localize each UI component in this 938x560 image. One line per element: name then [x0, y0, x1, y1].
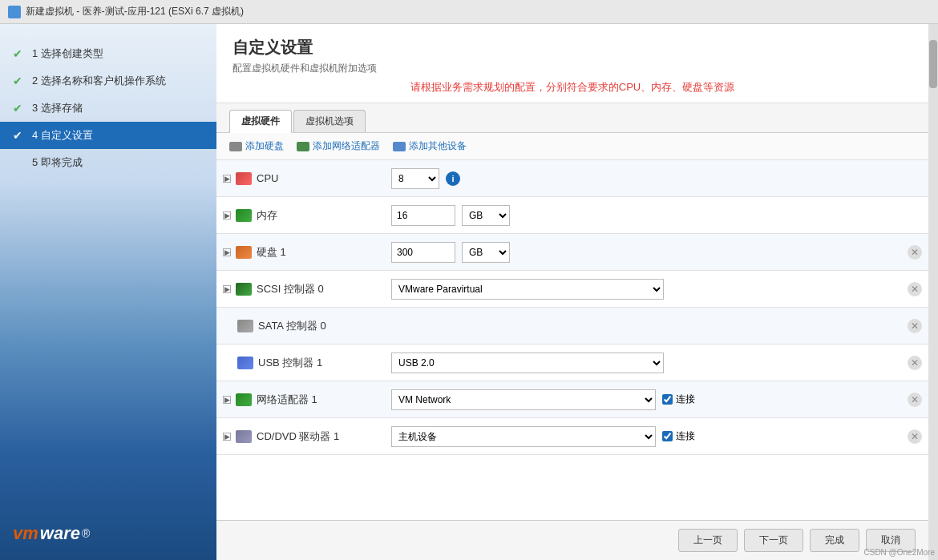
- hw-select-usb1-USB_2.0[interactable]: USB 2.0USB 3.0: [391, 353, 664, 373]
- hw-controls-nic1: VM NetworkManagement Network连接: [391, 389, 908, 410]
- hw-label-text-cpu: CPU: [257, 172, 278, 184]
- content-header: 自定义设置 配置虚拟机硬件和虚拟机附加选项 请根据业务需求规划的配置，分别符合要…: [216, 24, 928, 103]
- other-icon: [393, 142, 406, 151]
- watermark: CSDN @One2More: [863, 548, 935, 557]
- sidebar-item-step3[interactable]: ✔3 选择存储: [0, 95, 216, 122]
- check-icon-step2: ✔: [13, 75, 26, 87]
- hw-controls-disk1: MBGBTB: [391, 242, 908, 263]
- remove-button-sata0[interactable]: ✕: [908, 319, 922, 333]
- hw-label-cpu[interactable]: ▶CPU: [223, 172, 391, 185]
- hw-select-disk1-GB[interactable]: MBGBTB: [462, 242, 510, 263]
- hw-label-text-disk1: 硬盘 1: [257, 245, 286, 260]
- add-other-button[interactable]: 添加其他设备: [393, 139, 467, 153]
- sidebar-label-step3: 3 选择存储: [32, 101, 83, 115]
- remove-button-scsi0[interactable]: ✕: [908, 282, 922, 296]
- add-disk-button[interactable]: 添加硬盘: [229, 139, 284, 153]
- hw-select-cd1-主机设备[interactable]: 主机设备数据存储 ISO 文件客户端设备: [391, 426, 656, 447]
- sata-icon-sata0: [237, 320, 253, 332]
- hw-input-mem[interactable]: [391, 205, 455, 226]
- add-network-button[interactable]: 添加网络适配器: [297, 139, 380, 153]
- expand-icon-disk1[interactable]: ▶: [223, 248, 231, 256]
- scsi-icon-scsi0: [236, 283, 252, 296]
- expand-icon-cd1[interactable]: ▶: [223, 433, 231, 441]
- hw-controls-usb1: USB 2.0USB 3.0: [391, 353, 908, 373]
- titlebar: 新建虚拟机 - 医养-测试-应用-121 (ESXi 6.7 虚拟机): [0, 0, 938, 24]
- hw-label-text-nic1: 网络适配器 1: [257, 393, 317, 407]
- sidebar-label-step1: 1 选择创建类型: [32, 46, 103, 61]
- tab-vm-options[interactable]: 虚拟机选项: [293, 110, 366, 132]
- hw-label-scsi0[interactable]: ▶SCSI 控制器 0: [223, 282, 391, 296]
- check-icon-step5: [13, 156, 26, 169]
- hw-label-text-cd1: CD/DVD 驱动器 1: [257, 429, 339, 444]
- hw-checkbox-label-cd1[interactable]: 连接: [662, 429, 695, 443]
- hw-row-mem: ▶内存MBGB: [216, 197, 928, 234]
- expand-icon-cpu[interactable]: ▶: [223, 175, 231, 183]
- sidebar-label-step2: 2 选择名称和客户机操作系统: [32, 74, 166, 88]
- hw-row-cd1: ▶CD/DVD 驱动器 1主机设备数据存储 ISO 文件客户端设备连接✕: [216, 418, 928, 455]
- hw-label-disk1[interactable]: ▶硬盘 1: [223, 245, 391, 260]
- remove-button-nic1[interactable]: ✕: [908, 393, 922, 407]
- vmware-ware: ware: [40, 523, 80, 544]
- next-button[interactable]: 下一页: [744, 529, 803, 552]
- app-icon: [8, 6, 21, 18]
- hw-select-nic1-VM_Network[interactable]: VM NetworkManagement Network: [391, 389, 656, 410]
- hw-label-mem[interactable]: ▶内存: [223, 208, 391, 223]
- page-subtitle: 配置虚拟机硬件和虚拟机附加选项: [232, 62, 912, 75]
- hdd-icon: [229, 142, 242, 151]
- finish-button[interactable]: 完成: [810, 529, 859, 552]
- hw-controls-cpu: 124816i: [391, 168, 908, 189]
- vmware-logo: vm ware ®: [13, 523, 90, 544]
- page-title: 自定义设置: [232, 37, 912, 58]
- check-icon-step4: ✔: [13, 129, 26, 142]
- tab-virtual-hardware[interactable]: 虚拟硬件: [229, 110, 292, 133]
- mem-icon-mem: [236, 209, 252, 222]
- remove-button-disk1[interactable]: ✕: [908, 245, 922, 260]
- hw-checkbox-cd1[interactable]: [662, 431, 673, 441]
- vmware-vm: vm: [13, 523, 38, 544]
- hw-input-disk1[interactable]: [391, 242, 455, 263]
- footer: 上一页 下一页 完成 取消: [216, 520, 928, 560]
- vmware-reg: ®: [82, 527, 90, 540]
- hw-controls-cd1: 主机设备数据存储 ISO 文件客户端设备连接: [391, 426, 908, 447]
- hw-row-nic1: ▶网络适配器 1VM NetworkManagement Network连接✕: [216, 381, 928, 418]
- hw-row-scsi0: ▶SCSI 控制器 0VMware ParavirtualLSI Logic S…: [216, 271, 928, 308]
- sidebar-logo: vm ware ®: [13, 523, 90, 544]
- remove-button-cd1[interactable]: ✕: [908, 429, 922, 444]
- expand-icon-nic1[interactable]: ▶: [223, 396, 231, 404]
- scrollbar-thumb: [929, 40, 937, 88]
- remove-button-usb1[interactable]: ✕: [908, 356, 922, 370]
- expand-icon-scsi0[interactable]: ▶: [223, 285, 231, 293]
- hw-label-nic1[interactable]: ▶网络适配器 1: [223, 393, 391, 407]
- hw-checkbox-text-nic1: 连接: [676, 393, 695, 406]
- titlebar-text: 新建虚拟机 - 医养-测试-应用-121 (ESXi 6.7 虚拟机): [26, 5, 244, 18]
- usb-icon-usb1: [237, 357, 253, 369]
- sidebar-label-step5: 5 即将完成: [32, 155, 83, 170]
- sidebar-item-step2[interactable]: ✔2 选择名称和客户机操作系统: [0, 67, 216, 95]
- sidebar-label-step4: 4 自定义设置: [32, 128, 93, 143]
- check-icon-step1: ✔: [13, 47, 26, 60]
- hardware-table: ▶CPU124816i▶内存MBGB▶硬盘 1MBGBTB✕▶SCSI 控制器 …: [216, 160, 928, 520]
- hw-label-text-mem: 内存: [257, 208, 277, 223]
- sidebar-item-step1[interactable]: ✔1 选择创建类型: [0, 40, 216, 67]
- hw-label-sata0: SATA 控制器 0: [223, 319, 391, 333]
- check-icon-step3: ✔: [13, 102, 26, 115]
- scrollbar[interactable]: [928, 24, 938, 560]
- hw-checkbox-nic1[interactable]: [662, 394, 673, 405]
- cpu-icon-cpu: [236, 172, 252, 185]
- sidebar-item-step4[interactable]: ✔4 自定义设置: [0, 122, 216, 149]
- hw-label-text-scsi0: SCSI 控制器 0: [257, 282, 324, 296]
- hw-select-mem-GB[interactable]: MBGB: [462, 205, 510, 226]
- hw-select-scsi0-VMware_Paravirtual[interactable]: VMware ParavirtualLSI Logic SAS: [391, 279, 664, 300]
- hw-controls-mem: MBGB: [391, 205, 908, 226]
- prev-button[interactable]: 上一页: [678, 529, 738, 552]
- hw-checkbox-label-nic1[interactable]: 连接: [662, 393, 695, 406]
- hw-select-cpu-8[interactable]: 124816: [391, 168, 439, 189]
- nic-icon-nic1: [236, 393, 252, 406]
- hw-row-sata0: SATA 控制器 0✕: [216, 308, 928, 344]
- info-icon-cpu[interactable]: i: [446, 171, 460, 186]
- main-layout: ✔1 选择创建类型✔2 选择名称和客户机操作系统✔3 选择存储✔4 自定义设置5…: [0, 24, 938, 560]
- hw-label-cd1[interactable]: ▶CD/DVD 驱动器 1: [223, 429, 391, 444]
- sidebar-item-step5[interactable]: 5 即将完成: [0, 149, 216, 176]
- expand-icon-mem[interactable]: ▶: [223, 212, 231, 220]
- add-disk-label: 添加硬盘: [245, 139, 284, 153]
